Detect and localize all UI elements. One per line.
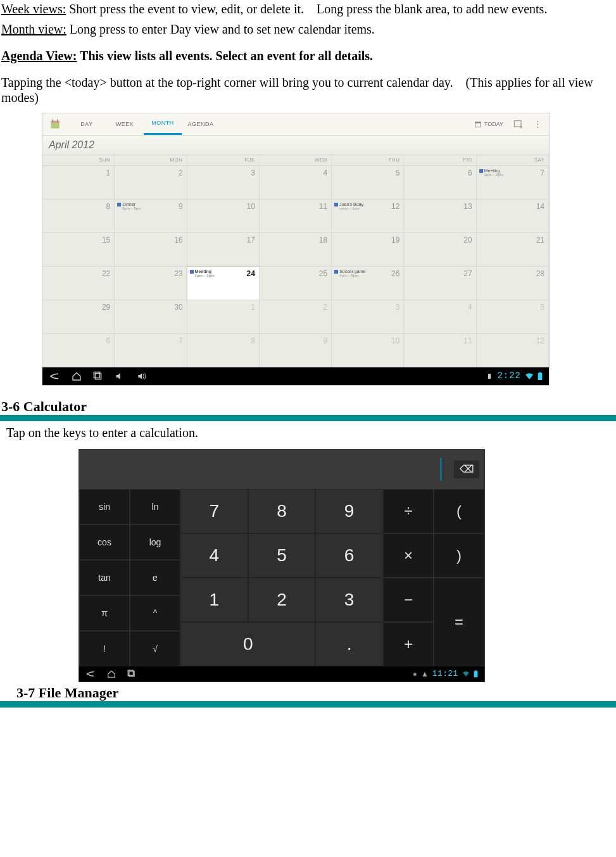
calendar-cell[interactable]: 1	[187, 300, 260, 334]
calendar-cell[interactable]: 9Dinner8pm – 9pm	[115, 200, 187, 233]
key-right-paren[interactable]: )	[434, 533, 484, 578]
key-add[interactable]: +	[383, 622, 434, 666]
calendar-cell[interactable]: 7Meeting1pm – 2pm	[477, 166, 549, 200]
calendar-cell[interactable]: 19	[332, 233, 404, 267]
section-divider-bar	[0, 415, 616, 421]
key-log[interactable]: log	[130, 524, 180, 560]
back-icon[interactable]	[49, 372, 60, 381]
calendar-event[interactable]: Dinner8pm – 9pm	[117, 202, 141, 211]
calendar-cell[interactable]: 22	[42, 267, 115, 300]
key-equals[interactable]: =	[434, 578, 484, 666]
calendar-cell[interactable]: 18	[260, 233, 332, 267]
calendar-cell[interactable]: 17	[187, 233, 260, 267]
key-0[interactable]: 0	[180, 622, 315, 666]
calendar-cell[interactable]: 6	[42, 334, 115, 367]
home-icon[interactable]	[107, 670, 116, 678]
calendar-event[interactable]: Meeting1pm – 2pm	[479, 168, 503, 177]
usb-icon	[486, 372, 493, 380]
new-event-icon[interactable]	[511, 119, 526, 129]
calendar-cell[interactable]: 3	[332, 300, 404, 334]
calendar-cell[interactable]: 20	[404, 233, 476, 267]
calendar-cell[interactable]: 27	[404, 267, 476, 300]
key-7[interactable]: 7	[180, 489, 248, 533]
calendar-cell[interactable]: 2	[260, 300, 332, 334]
calendar-cell[interactable]: 21	[477, 233, 549, 267]
key-4[interactable]: 4	[180, 533, 248, 578]
calendar-cell[interactable]: 1	[42, 166, 115, 200]
key-1[interactable]: 1	[180, 578, 248, 622]
calendar-cell[interactable]: 11	[404, 334, 476, 367]
calendar-grid[interactable]: 1234567Meeting1pm – 2pm89Dinner8pm – 9pm…	[42, 166, 549, 367]
recent-apps-icon[interactable]	[93, 371, 103, 381]
calendar-cell[interactable]: 24Meeting1pm – 2pm	[187, 267, 260, 300]
volume-up-icon[interactable]	[136, 371, 149, 381]
key-divide[interactable]: ÷	[383, 489, 434, 533]
month-view-label: Month view:	[1, 22, 66, 36]
calendar-cell[interactable]: 3	[187, 166, 260, 200]
key-π[interactable]: π	[79, 595, 130, 631]
key-multiply[interactable]: ×	[383, 533, 434, 578]
volume-down-icon[interactable]	[115, 371, 125, 381]
calendar-cell[interactable]: 8	[42, 200, 115, 233]
calendar-cell[interactable]: 12	[477, 334, 549, 367]
key-6[interactable]: 6	[315, 533, 383, 578]
calendar-cell[interactable]: 15	[42, 233, 115, 267]
key-3[interactable]: 3	[315, 578, 383, 622]
key-5[interactable]: 5	[248, 533, 316, 578]
tab-month[interactable]: MONTH	[144, 113, 182, 135]
key-9[interactable]: 9	[315, 489, 383, 533]
calendar-event[interactable]: Meeting1pm – 2pm	[190, 269, 215, 278]
calendar-cell[interactable]: 8	[187, 334, 260, 367]
key-ln[interactable]: ln	[130, 489, 180, 524]
calendar-cell[interactable]: 25	[260, 267, 332, 300]
calendar-cell[interactable]: 5	[477, 300, 549, 334]
week-views-text: Short press the event to view, edit, or …	[66, 2, 547, 16]
key-left-paren[interactable]: (	[434, 489, 484, 533]
calendar-cell[interactable]: 2	[115, 166, 187, 200]
calendar-cell[interactable]: 11	[260, 200, 332, 233]
today-button[interactable]: TODAY	[470, 120, 507, 128]
calculator-cursor	[441, 458, 441, 481]
calendar-cell[interactable]: 30	[115, 300, 187, 334]
calendar-cell[interactable]: 9	[260, 334, 332, 367]
key-dot[interactable]: .	[315, 622, 383, 666]
key-cos[interactable]: cos	[79, 524, 130, 560]
calendar-cell[interactable]: 7	[115, 334, 187, 367]
calendar-cell[interactable]: 10	[332, 334, 404, 367]
calendar-cell[interactable]: 6	[404, 166, 476, 200]
calendar-cell[interactable]: 10	[187, 200, 260, 233]
calendar-cell[interactable]: 4	[260, 166, 332, 200]
calendar-cell[interactable]: 29	[42, 300, 115, 334]
calendar-cell[interactable]: 12Joan's Bdaynoon – 1pm	[332, 200, 404, 233]
svg-rect-11	[539, 372, 541, 372]
key-tan[interactable]: tan	[79, 560, 130, 595]
overflow-menu-icon[interactable]: ⋮	[530, 119, 545, 130]
backspace-button[interactable]: ⌫	[454, 460, 479, 478]
calendar-event[interactable]: Soccer game4pm – 5pm	[334, 269, 365, 278]
key-![interactable]: !	[79, 631, 130, 666]
calendar-cell[interactable]: 26Soccer game4pm – 5pm	[332, 267, 404, 300]
calendar-cell[interactable]: 14	[477, 200, 549, 233]
key-8[interactable]: 8	[248, 489, 316, 533]
calendar-cell[interactable]: 23	[115, 267, 187, 300]
key-sin[interactable]: sin	[79, 489, 130, 524]
key-^[interactable]: ^	[130, 595, 180, 631]
key-subtract[interactable]: −	[383, 578, 434, 622]
calendar-cell[interactable]: 16	[115, 233, 187, 267]
calculator-display[interactable]: ⌫	[79, 450, 484, 489]
home-icon[interactable]	[72, 371, 82, 381]
recent-apps-icon[interactable]	[127, 670, 136, 678]
calendar-cell[interactable]: 4	[404, 300, 476, 334]
tab-day[interactable]: DAY	[68, 113, 106, 135]
tab-week[interactable]: WEEK	[106, 113, 144, 135]
back-icon[interactable]	[85, 670, 96, 678]
key-√[interactable]: √	[130, 631, 180, 666]
tab-agenda[interactable]: AGENDA	[182, 113, 220, 135]
section-file-manager-heading: 3-7 File Manager	[16, 685, 615, 701]
key-2[interactable]: 2	[248, 578, 316, 622]
calendar-cell[interactable]: 5	[332, 166, 404, 200]
calendar-event[interactable]: Joan's Bdaynoon – 1pm	[334, 202, 363, 211]
calendar-cell[interactable]: 13	[404, 200, 476, 233]
calendar-cell[interactable]: 28	[477, 267, 549, 300]
key-e[interactable]: e	[130, 560, 180, 595]
